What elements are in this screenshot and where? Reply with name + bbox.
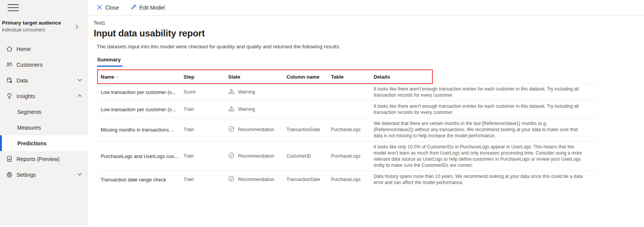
table-row: Transaction date range check Train Recom… [97,171,599,188]
breadcrumb: Test1 [94,20,644,26]
row-details: Data history spans more than 10 years. W… [370,173,599,186]
row-details: We detected that there are certain month… [370,120,599,139]
chevron-right-icon [74,24,79,31]
row-details: It looks like there aren't enough transa… [370,103,599,115]
sidebar-item-label: Predictions [17,140,46,146]
row-table: PurchaseLogs [328,153,370,159]
state-label: Recommendation [238,177,274,182]
state-label: Recommendation [238,153,274,159]
row-state: Warning [225,105,283,113]
usability-report-table: Name↑ Step State Column name Table Detai… [97,70,599,188]
state-label: Warning [238,89,255,95]
sort-ascending-icon: ↑ [116,74,118,80]
row-table: PurchaseLogs [328,177,370,182]
gear-icon [6,171,13,178]
column-header-table: Table [328,74,370,80]
sidebar-item-measures[interactable]: Measures [0,120,88,135]
recommendation-icon [228,152,235,160]
row-details: It looks like only 10.0% of CustomerIDs … [370,144,599,168]
sidebar-nav: Home Customers Data [0,41,88,183]
column-header-state: State [225,74,283,80]
audience-subtitle: Individual consumers [2,27,84,33]
edit-model-button-label: Edit Model [139,5,165,11]
sidebar-item-home[interactable]: Home [0,41,88,57]
row-step: Train [180,177,225,182]
column-header-details: Details [370,74,599,80]
row-step: Train [180,107,225,112]
sidebar-item-insights[interactable]: Insights [0,88,88,104]
audience-title: Primary target audience [2,20,84,26]
row-name: PurchaseLogs and UserLogs cus... [97,153,180,159]
row-details: It looks like there aren't enough transa… [370,86,599,98]
close-icon [97,5,102,11]
row-column-name: CustomerID [283,153,328,159]
page-title: Input data usability report [94,28,644,39]
row-step: Train [180,153,225,159]
row-state: Recommendation [225,126,283,133]
row-name: Low transaction per customer (s... [97,89,180,95]
main-content: Test1 Input data usability report The da… [88,16,644,227]
column-header-step: Step [180,74,225,80]
page-description: The datasets input into this model were … [97,44,644,49]
column-header-column-name: Column name [283,74,328,80]
sidebar-item-label: Measures [17,125,41,131]
sidebar-item-label: Settings [17,172,36,178]
row-state: Warning [225,88,283,96]
sidebar-item-label: Data [17,77,28,84]
sidebar: Primary target audience Individual consu… [0,0,88,225]
sidebar-item-customers[interactable]: Customers [0,57,88,72]
tab-bar: Summary [97,56,644,67]
sidebar-item-label: Insights [17,93,35,99]
state-label: Warning [238,107,255,112]
sidebar-item-predictions[interactable]: Predictions [0,135,88,151]
close-button-label: Close [105,5,119,11]
chevron-up-icon [77,93,82,99]
table-row: Low transaction per customer (s... Score… [97,83,599,100]
table-row: Low transaction per customer (s... Train… [97,100,599,118]
command-bar: Close Edit Model [88,0,644,16]
row-name: Missing months in transactions ... [97,127,180,133]
row-column-name: TransactionDate [283,177,328,182]
row-table: PurchaseLogs [328,127,370,132]
recommendation-icon [228,176,235,183]
tab-summary[interactable]: Summary [97,57,121,67]
row-state: Recommendation [225,176,283,183]
people-icon [6,61,13,68]
row-name: Transaction date range check [97,177,180,183]
warning-icon [228,105,235,113]
sidebar-item-reports[interactable]: Reports (Preview) [0,151,88,167]
row-step: Train [180,127,225,132]
edit-model-button[interactable]: Edit Model [127,2,168,14]
sidebar-item-label: Segments [17,109,41,115]
report-icon [6,156,13,163]
state-label: Recommendation [238,127,274,132]
sidebar-item-label: Reports (Preview) [17,156,60,162]
lightbulb-icon [6,93,13,100]
sidebar-item-label: Home [17,46,31,52]
row-column-name: TransactionDate [283,127,328,132]
home-icon [6,46,13,53]
sidebar-item-data[interactable]: Data [0,72,88,88]
sidebar-item-label: Customers [17,62,43,68]
recommendation-icon [228,126,235,133]
audience-switcher[interactable]: Primary target audience Individual consu… [0,18,88,34]
app-window: Primary target audience Individual consu… [0,0,644,227]
chevron-down-icon [77,77,82,84]
chevron-down-icon [77,172,82,178]
row-state: Recommendation [225,152,283,160]
close-button[interactable]: Close [94,2,122,14]
row-name: Low transaction per customer (s... [97,107,180,112]
sidebar-item-settings[interactable]: Settings [0,167,88,183]
hamburger-icon[interactable] [8,3,19,11]
row-step: Score [180,89,225,95]
table-header-row: Name↑ Step State Column name Table Detai… [97,70,599,83]
pencil-icon [131,4,136,11]
database-icon [6,77,13,84]
column-header-name[interactable]: Name↑ [97,74,180,80]
table-row: PurchaseLogs and UserLogs cus... Train R… [97,141,599,171]
sidebar-item-segments[interactable]: Segments [0,104,88,120]
warning-icon [228,88,235,96]
table-row: Missing months in transactions ... Train… [97,118,599,141]
